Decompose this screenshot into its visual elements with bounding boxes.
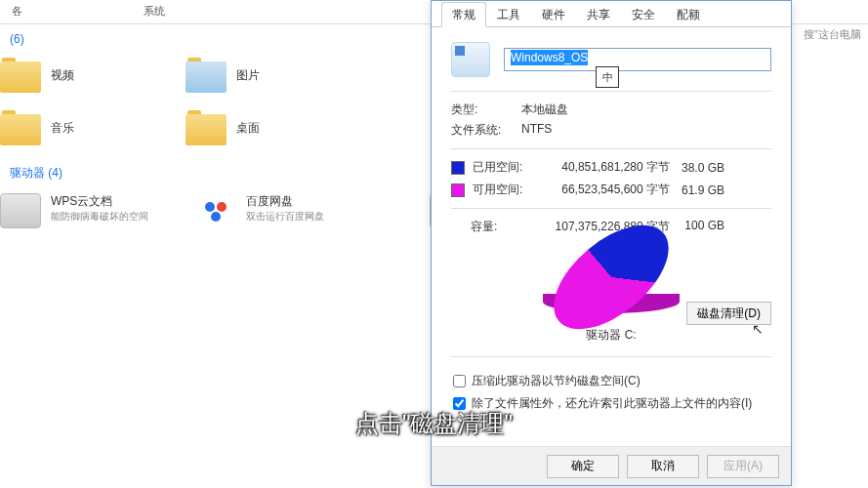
pie-chart [543, 241, 680, 327]
index-checkbox[interactable] [453, 397, 466, 410]
cap-gb: 100 GB [670, 219, 724, 235]
apply-button[interactable]: 应用(A) [707, 455, 779, 478]
divider [451, 208, 771, 209]
used-gb: 38.0 GB [670, 161, 724, 175]
tab-general[interactable]: 常规 [441, 2, 486, 27]
tab-strip: 常规 工具 硬件 共享 安全 配额 [432, 2, 791, 27]
disk-cleanup-button[interactable]: 磁盘清理(D) [686, 302, 771, 325]
divider [451, 91, 771, 92]
folder-video[interactable]: 视频 [0, 58, 146, 93]
col-system[interactable]: 系统 [132, 0, 177, 23]
tab-sharing[interactable]: 共享 [576, 2, 621, 26]
drive-sub: 双击运行百度网盘 [246, 210, 324, 224]
type-row: 类型: 本地磁盘 [451, 102, 771, 118]
folder-label: 视频 [51, 67, 74, 84]
type-label: 类型: [451, 102, 521, 118]
fs-value: NTFS [521, 122, 552, 139]
cancel-button[interactable]: 取消 [627, 455, 699, 478]
used-space-row: 已用空间: 40,851,681,280 字节 38.0 GB [451, 159, 771, 176]
folder-desktop[interactable]: 桌面 [186, 110, 332, 145]
type-value: 本地磁盘 [521, 102, 568, 118]
index-checkbox-row[interactable]: 除了文件属性外，还允许索引此驱动器上文件的内容(I) [453, 395, 771, 412]
index-label: 除了文件属性外，还允许索引此驱动器上文件的内容(I) [472, 395, 752, 412]
drive-title: 百度网盘 [246, 193, 324, 210]
folder-icon [0, 110, 41, 145]
svg-point-1 [217, 202, 227, 212]
dialog-button-bar: 确定 取消 应用(A) [432, 446, 791, 485]
drive-label: WPS云文档 能防御病毒破坏的空间 [51, 193, 148, 224]
svg-point-2 [211, 212, 221, 222]
fs-label: 文件系统: [451, 122, 521, 139]
folder-label: 桌面 [236, 120, 260, 137]
divider [451, 148, 771, 149]
tab-tools[interactable]: 工具 [486, 2, 531, 26]
folder-label: 音乐 [51, 120, 74, 137]
folder-pictures[interactable]: 图片 [186, 58, 332, 93]
compress-checkbox[interactable] [453, 375, 466, 387]
compress-checkbox-row[interactable]: 压缩此驱动器以节约磁盘空间(C) [453, 373, 771, 389]
free-gb: 61.9 GB [670, 183, 724, 197]
drive-c-label: 驱动器 C: [451, 327, 771, 344]
ok-button[interactable]: 确定 [547, 455, 619, 478]
compress-label: 压缩此驱动器以节约磁盘空间(C) [472, 373, 641, 389]
tab-security[interactable]: 安全 [621, 2, 666, 26]
drive-label: 百度网盘 双击运行百度网盘 [246, 193, 324, 224]
drive-icon [451, 42, 490, 77]
col-name[interactable]: 各 [0, 0, 34, 23]
folder-label: 图片 [236, 67, 260, 84]
free-bytes: 66,523,545,600 字节 [543, 182, 670, 198]
tab-quota[interactable]: 配额 [666, 2, 711, 26]
fs-row: 文件系统: NTFS [451, 122, 771, 139]
baidu-icon [195, 193, 236, 228]
tab-hardware[interactable]: 硬件 [531, 2, 576, 26]
free-swatch [451, 183, 465, 197]
ime-indicator: 中 [596, 66, 619, 88]
folder-icon [186, 58, 227, 93]
cap-label: 容量: [451, 219, 543, 235]
free-label: 可用空间: [473, 182, 543, 198]
used-label: 已用空间: [473, 159, 543, 176]
used-swatch [451, 161, 465, 175]
volume-name-input[interactable]: Windows8_OS [504, 48, 771, 71]
divider [451, 356, 771, 357]
drive-sub: 能防御病毒破坏的空间 [51, 210, 148, 224]
used-bytes: 40,851,681,280 字节 [543, 159, 670, 176]
drive-wps[interactable]: WPS云文档 能防御病毒破坏的空间 [0, 193, 156, 228]
search-hint[interactable]: 搜"这台电脑 [804, 27, 861, 42]
folder-icon [0, 58, 41, 93]
free-space-row: 可用空间: 66,523,545,600 字节 61.9 GB [451, 182, 771, 198]
drive-icon [0, 193, 41, 228]
drive-baidu[interactable]: 百度网盘 双击运行百度网盘 [195, 193, 351, 228]
volume-name-text: Windows8_OS [511, 50, 588, 65]
folder-icon [186, 110, 227, 145]
folder-music[interactable]: 音乐 [0, 110, 146, 145]
svg-point-0 [205, 202, 215, 212]
drive-title: WPS云文档 [51, 193, 148, 210]
